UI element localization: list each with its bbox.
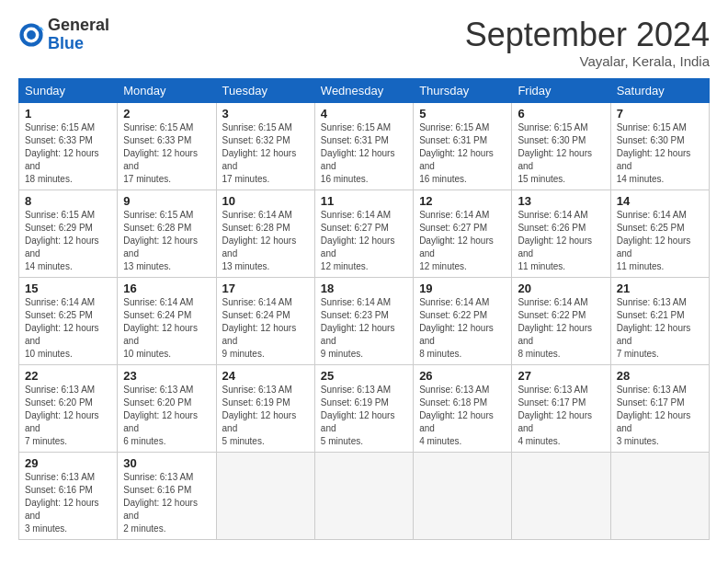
month-title: September 2024: [465, 17, 710, 53]
calendar-cell: 30Sunrise: 6:13 AMSunset: 6:16 PMDayligh…: [118, 452, 216, 539]
calendar-table: SundayMondayTuesdayWednesdayThursdayFrid…: [18, 78, 710, 540]
col-header-wednesday: Wednesday: [314, 78, 413, 102]
day-number: 18: [321, 282, 407, 295]
day-info: Sunrise: 6:13 AMSunset: 6:20 PMDaylight:…: [25, 384, 111, 448]
col-header-monday: Monday: [118, 78, 216, 102]
day-info: Sunrise: 6:13 AMSunset: 6:21 PMDaylight:…: [617, 296, 703, 361]
calendar-cell: [512, 452, 610, 539]
calendar-cell: 29Sunrise: 6:13 AMSunset: 6:16 PMDayligh…: [19, 452, 118, 539]
day-info: Sunrise: 6:14 AMSunset: 6:24 PMDaylight:…: [222, 296, 309, 361]
calendar-cell: 1Sunrise: 6:15 AMSunset: 6:33 PMDaylight…: [19, 102, 118, 190]
day-number: 21: [617, 282, 703, 295]
day-info: Sunrise: 6:14 AMSunset: 6:27 PMDaylight:…: [321, 209, 407, 273]
day-info: Sunrise: 6:13 AMSunset: 6:19 PMDaylight:…: [321, 384, 407, 448]
logo-text-block: General Blue: [48, 17, 109, 53]
day-number: 6: [518, 107, 604, 121]
day-number: 16: [123, 282, 210, 295]
day-number: 14: [617, 194, 703, 208]
calendar-cell: 16Sunrise: 6:14 AMSunset: 6:24 PMDayligh…: [118, 277, 216, 364]
day-info: Sunrise: 6:15 AMSunset: 6:28 PMDaylight:…: [123, 209, 210, 273]
day-info: Sunrise: 6:15 AMSunset: 6:31 PMDaylight:…: [321, 121, 407, 186]
calendar-cell: 26Sunrise: 6:13 AMSunset: 6:18 PMDayligh…: [414, 364, 512, 452]
day-info: Sunrise: 6:15 AMSunset: 6:31 PMDaylight:…: [419, 121, 506, 186]
calendar-cell: 15Sunrise: 6:14 AMSunset: 6:25 PMDayligh…: [19, 277, 118, 364]
col-header-sunday: Sunday: [19, 78, 118, 102]
day-number: 11: [321, 194, 407, 208]
logo: General Blue: [18, 17, 109, 53]
logo-blue: Blue: [48, 34, 84, 52]
calendar-cell: 27Sunrise: 6:13 AMSunset: 6:17 PMDayligh…: [512, 364, 610, 452]
day-info: Sunrise: 6:15 AMSunset: 6:30 PMDaylight:…: [518, 121, 604, 186]
week-row-3: 15Sunrise: 6:14 AMSunset: 6:25 PMDayligh…: [19, 277, 710, 364]
week-row-5: 29Sunrise: 6:13 AMSunset: 6:16 PMDayligh…: [19, 452, 710, 539]
day-number: 26: [419, 369, 506, 383]
day-number: 7: [617, 107, 703, 121]
calendar-cell: [414, 452, 512, 539]
day-number: 17: [222, 282, 309, 295]
calendar-cell: [216, 452, 314, 539]
day-number: 30: [123, 456, 210, 470]
day-number: 24: [222, 369, 309, 383]
day-info: Sunrise: 6:14 AMSunset: 6:24 PMDaylight:…: [123, 296, 210, 361]
day-info: Sunrise: 6:13 AMSunset: 6:20 PMDaylight:…: [123, 384, 210, 448]
calendar-cell: 12Sunrise: 6:14 AMSunset: 6:27 PMDayligh…: [414, 190, 512, 277]
week-row-4: 22Sunrise: 6:13 AMSunset: 6:20 PMDayligh…: [19, 364, 710, 452]
day-number: 4: [321, 107, 407, 121]
calendar-cell: 28Sunrise: 6:13 AMSunset: 6:17 PMDayligh…: [610, 364, 709, 452]
calendar-cell: 6Sunrise: 6:15 AMSunset: 6:30 PMDaylight…: [512, 102, 610, 190]
day-number: 8: [25, 194, 111, 208]
calendar-cell: 2Sunrise: 6:15 AMSunset: 6:33 PMDaylight…: [118, 102, 216, 190]
day-number: 20: [518, 282, 604, 295]
day-number: 29: [25, 456, 111, 470]
col-header-saturday: Saturday: [610, 78, 709, 102]
day-info: Sunrise: 6:13 AMSunset: 6:17 PMDaylight:…: [617, 384, 703, 448]
day-info: Sunrise: 6:13 AMSunset: 6:19 PMDaylight:…: [222, 384, 309, 448]
calendar-cell: 4Sunrise: 6:15 AMSunset: 6:31 PMDaylight…: [314, 102, 413, 190]
day-info: Sunrise: 6:13 AMSunset: 6:16 PMDaylight:…: [25, 471, 111, 535]
day-number: 9: [123, 194, 210, 208]
calendar-cell: 14Sunrise: 6:14 AMSunset: 6:25 PMDayligh…: [610, 190, 709, 277]
day-number: 10: [222, 194, 309, 208]
day-info: Sunrise: 6:13 AMSunset: 6:16 PMDaylight:…: [123, 471, 210, 535]
day-info: Sunrise: 6:14 AMSunset: 6:26 PMDaylight:…: [518, 209, 604, 273]
day-number: 15: [25, 282, 111, 295]
day-info: Sunrise: 6:14 AMSunset: 6:25 PMDaylight:…: [25, 296, 111, 361]
day-number: 1: [25, 107, 111, 121]
day-number: 3: [222, 107, 309, 121]
col-header-friday: Friday: [512, 78, 610, 102]
day-info: Sunrise: 6:14 AMSunset: 6:25 PMDaylight:…: [617, 209, 703, 273]
calendar-cell: 10Sunrise: 6:14 AMSunset: 6:28 PMDayligh…: [216, 190, 314, 277]
day-info: Sunrise: 6:15 AMSunset: 6:33 PMDaylight:…: [25, 121, 111, 186]
week-row-2: 8Sunrise: 6:15 AMSunset: 6:29 PMDaylight…: [19, 190, 710, 277]
title-block: September 2024 Vayalar, Kerala, India: [465, 17, 710, 69]
day-info: Sunrise: 6:14 AMSunset: 6:28 PMDaylight:…: [222, 209, 309, 273]
logo-general: General: [48, 16, 109, 34]
calendar-cell: 7Sunrise: 6:15 AMSunset: 6:30 PMDaylight…: [610, 102, 709, 190]
header: General Blue September 2024 Vayalar, Ker…: [18, 17, 710, 69]
day-info: Sunrise: 6:14 AMSunset: 6:27 PMDaylight:…: [419, 209, 506, 273]
day-number: 2: [123, 107, 210, 121]
day-info: Sunrise: 6:14 AMSunset: 6:22 PMDaylight:…: [518, 296, 604, 361]
calendar-cell: 22Sunrise: 6:13 AMSunset: 6:20 PMDayligh…: [19, 364, 118, 452]
day-number: 28: [617, 369, 703, 383]
day-number: 22: [25, 369, 111, 383]
calendar-cell: 17Sunrise: 6:14 AMSunset: 6:24 PMDayligh…: [216, 277, 314, 364]
day-number: 13: [518, 194, 604, 208]
calendar-cell: 24Sunrise: 6:13 AMSunset: 6:19 PMDayligh…: [216, 364, 314, 452]
day-number: 25: [321, 369, 407, 383]
days-header-row: SundayMondayTuesdayWednesdayThursdayFrid…: [19, 78, 710, 102]
calendar-cell: 11Sunrise: 6:14 AMSunset: 6:27 PMDayligh…: [314, 190, 413, 277]
logo-icon: [18, 22, 44, 48]
calendar-cell: 8Sunrise: 6:15 AMSunset: 6:29 PMDaylight…: [19, 190, 118, 277]
day-info: Sunrise: 6:13 AMSunset: 6:17 PMDaylight:…: [518, 384, 604, 448]
day-number: 19: [419, 282, 506, 295]
calendar-cell: 20Sunrise: 6:14 AMSunset: 6:22 PMDayligh…: [512, 277, 610, 364]
day-info: Sunrise: 6:14 AMSunset: 6:22 PMDaylight:…: [419, 296, 506, 361]
calendar-cell: 3Sunrise: 6:15 AMSunset: 6:32 PMDaylight…: [216, 102, 314, 190]
calendar-cell: 19Sunrise: 6:14 AMSunset: 6:22 PMDayligh…: [414, 277, 512, 364]
day-info: Sunrise: 6:13 AMSunset: 6:18 PMDaylight:…: [419, 384, 506, 448]
day-number: 27: [518, 369, 604, 383]
calendar-cell: 18Sunrise: 6:14 AMSunset: 6:23 PMDayligh…: [314, 277, 413, 364]
day-number: 12: [419, 194, 506, 208]
calendar-cell: [610, 452, 709, 539]
